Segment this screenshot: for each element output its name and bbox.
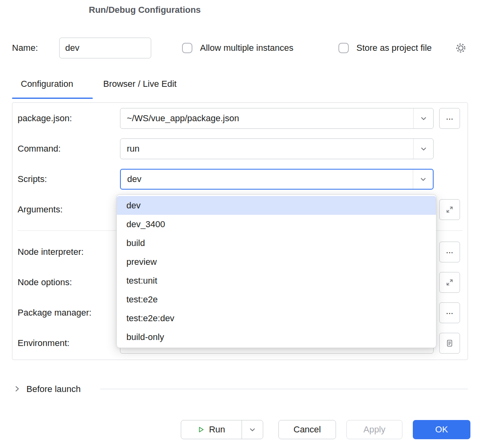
active-tab-indicator (12, 98, 93, 99)
dropdown-item-build[interactable]: build (117, 234, 436, 252)
dropdown-item-preview[interactable]: preview (117, 252, 436, 271)
before-launch-label: Before launch (26, 384, 81, 394)
command-combobox[interactable]: run (120, 138, 434, 159)
apply-button[interactable]: Apply (346, 420, 402, 439)
chevron-down-icon[interactable] (413, 108, 433, 128)
store-as-project-file-checkbox[interactable] (338, 43, 349, 53)
tab-browser-live-edit[interactable]: Browser / Live Edit (103, 79, 176, 89)
name-input[interactable] (59, 38, 151, 58)
run-button-label: Run (209, 424, 225, 435)
package-manager-label: Package manager: (18, 308, 92, 318)
command-value: run (120, 144, 413, 154)
environment-label: Environment: (18, 338, 70, 348)
before-launch-divider (100, 389, 468, 389)
name-label: Name: (12, 43, 38, 53)
tab-configuration[interactable]: Configuration (21, 79, 73, 89)
run-options-chevron[interactable] (242, 420, 263, 439)
package-manager-browse-button[interactable]: ... (439, 302, 460, 323)
dropdown-item-dev-3400[interactable]: dev_3400 (117, 215, 436, 234)
node-interpreter-label: Node interpreter: (18, 247, 84, 257)
allow-multiple-instances-label: Allow multiple instances (200, 43, 294, 53)
chevron-down-icon[interactable] (413, 139, 433, 159)
arguments-expand-button[interactable] (439, 199, 460, 220)
node-options-expand-button[interactable] (439, 272, 460, 293)
run-split-button: Run (181, 420, 263, 439)
allow-multiple-instances-checkbox[interactable] (182, 43, 192, 53)
dialog-title: Run/Debug Configurations (89, 5, 201, 15)
dropdown-item-test-e2e-dev[interactable]: test:e2e:dev (117, 309, 436, 328)
play-icon (198, 426, 205, 433)
scripts-combobox[interactable]: dev (120, 169, 434, 190)
dropdown-item-dev[interactable]: dev (117, 196, 436, 215)
package-json-combobox[interactable]: ~/WS/vue_app/package.json (120, 108, 434, 129)
run-debug-configurations-dialog: Run/Debug Configurations Name: Allow mul… (0, 0, 480, 448)
dropdown-item-test-unit[interactable]: test:unit (117, 271, 436, 290)
gear-icon[interactable] (455, 42, 466, 54)
scripts-dropdown-popup: dev dev_3400 build preview test:unit tes… (116, 194, 436, 348)
store-as-project-file-label: Store as project file (356, 43, 432, 53)
arguments-label: Arguments: (18, 204, 63, 215)
ok-button[interactable]: OK (413, 420, 470, 439)
dropdown-item-build-only[interactable]: build-only (117, 328, 436, 346)
package-json-browse-button[interactable]: ... (439, 108, 460, 129)
node-interpreter-browse-button[interactable]: ... (439, 242, 460, 262)
scripts-value: dev (121, 174, 413, 184)
package-json-label: package.json: (18, 113, 72, 124)
environment-variables-button[interactable] (439, 333, 460, 354)
scripts-label: Scripts: (18, 174, 47, 184)
chevron-down-icon[interactable] (413, 170, 433, 189)
cancel-button[interactable]: Cancel (278, 420, 336, 439)
package-json-value: ~/WS/vue_app/package.json (120, 113, 413, 124)
run-button[interactable]: Run (181, 420, 242, 439)
chevron-right-icon[interactable] (14, 385, 21, 392)
command-label: Command: (18, 144, 61, 154)
dropdown-item-test-e2e[interactable]: test:e2e (117, 290, 436, 309)
node-options-label: Node options: (18, 277, 72, 288)
